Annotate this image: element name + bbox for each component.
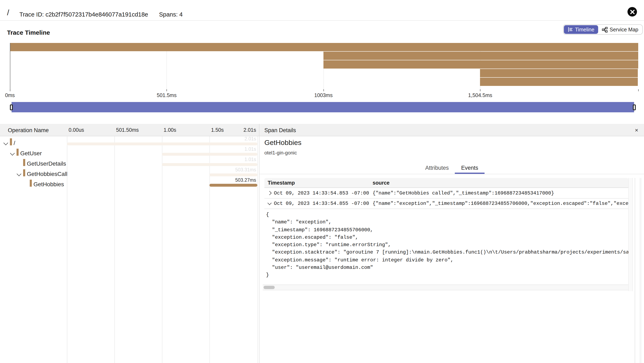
span-tree-row[interactable]: GetUserDetails — [0, 157, 67, 167]
span-operation-name: GetHobbiesCall — [27, 170, 67, 177]
events-table-rows: Oct 09, 2023 14:33:54.853 -07:00{"name":… — [264, 188, 628, 209]
panel-scrollbar-gutter[interactable] — [640, 178, 642, 363]
span-duration-label: 1.01s — [244, 157, 256, 162]
chevron-down-icon[interactable] — [268, 201, 272, 205]
spans-count-label: Spans: 4 — [159, 11, 183, 18]
span-name: GetHobbies — [264, 139, 302, 147]
span-details-tabs: Attributes Events — [260, 162, 644, 174]
service-map-view-button[interactable]: Service Map — [598, 25, 642, 34]
span-duration-bar[interactable] — [162, 153, 257, 156]
event-row[interactable]: Oct 09, 2023 14:33:54.853 -07:00{"name":… — [264, 188, 628, 198]
tab-events-label: Events — [461, 165, 478, 171]
minimap-tick-label: 501.5ms — [157, 92, 176, 98]
close-trace-button[interactable] — [628, 7, 637, 16]
trace-header-bar: / Trace ID: c2b2f7f5072317b4e846077a191c… — [0, 0, 644, 21]
minimap-span-bar[interactable] — [480, 69, 638, 77]
service-map-icon — [602, 27, 608, 32]
chevron-right-icon[interactable] — [268, 191, 272, 195]
trace-timeline-title: Trace Timeline — [7, 29, 50, 36]
span-operation-name: GetUserDetails — [27, 160, 66, 167]
event-timestamp: Oct 09, 2023 14:33:54.855 -07:00 — [274, 201, 369, 206]
main-split: Operation Name 0.00us501.50ms1.00s1.50s2… — [0, 124, 644, 363]
horizontal-scrollbar-thumb[interactable] — [264, 286, 275, 289]
waterfall-row: 1.01s — [67, 146, 257, 157]
minimap-tick-label: 0ms — [5, 92, 15, 98]
tab-attributes[interactable]: Attributes — [419, 162, 455, 174]
span-duration-bar[interactable] — [210, 184, 257, 187]
event-row[interactable]: Oct 09, 2023 14:33:54.855 -07:00{"name":… — [264, 198, 628, 209]
minimap-span-bar[interactable] — [324, 60, 638, 68]
waterfall-row: 1.01s — [67, 157, 257, 167]
span-operation-name: / — [14, 140, 15, 146]
trace-minimap-chart: 0ms501.5ms1003ms1,504.5ms — [10, 43, 638, 86]
trace-details-page: / Trace ID: c2b2f7f5072317b4e846077a191c… — [0, 0, 644, 363]
event-source-json: {"name":"GetHobbies called","_timestamp"… — [372, 190, 554, 196]
scrubber-left-handle[interactable] — [10, 104, 13, 110]
scrubber-right-handle[interactable] — [633, 104, 636, 110]
span-details-panel: Span Details × GetHobbies otel1-gin-goni… — [260, 124, 644, 363]
view-toggle-group: Timeline Service Map — [563, 24, 643, 35]
span-duration-label: 1.01s — [244, 146, 256, 152]
expanded-event-json: { "name": "exception", "_timestamp": 169… — [266, 211, 628, 281]
minimap-tick-mark — [638, 89, 639, 91]
minimap-span-bar[interactable] — [10, 43, 638, 51]
timeline-view-label: Timeline — [575, 27, 594, 32]
timeline-view-button[interactable]: Timeline — [564, 25, 598, 34]
waterfall-axis-tick-label: 1.00s — [164, 127, 176, 133]
collapse-chevron-icon[interactable] — [17, 172, 22, 176]
events-table-header: Timestamp source — [264, 178, 628, 188]
collapse-chevron-icon[interactable] — [4, 140, 8, 145]
vertical-scrollbar-line — [634, 178, 635, 363]
waterfall-gridline — [257, 136, 258, 363]
horizontal-scrollbar — [263, 284, 628, 290]
timeline-range-scrubber[interactable] — [12, 102, 634, 112]
span-tree-row[interactable]: GetHobbiesCall — [0, 167, 67, 178]
span-operation-name: GetHobbies — [34, 181, 64, 187]
span-service-name: otel1-gin-gonic — [264, 150, 297, 156]
root-operation-label: / — [7, 8, 9, 17]
tabs-divider — [260, 174, 644, 174]
span-duration-label: 2.01s — [244, 136, 256, 141]
span-color-marker — [30, 180, 32, 187]
waterfall-axis-tick-label: 2.01s — [244, 127, 256, 133]
span-duration-bar[interactable] — [67, 142, 257, 145]
span-duration-label: 503.31ms — [235, 167, 256, 172]
waterfall-axis-tick-label: 501.50ms — [116, 127, 139, 133]
operation-name-column-header: Operation Name — [8, 127, 49, 134]
event-timestamp: Oct 09, 2023 14:33:54.853 -07:00 — [274, 190, 369, 196]
tab-events[interactable]: Events — [455, 162, 484, 174]
collapse-chevron-icon[interactable] — [10, 151, 15, 156]
minimap-tick-label: 1,504.5ms — [468, 92, 492, 98]
span-color-marker — [23, 159, 25, 166]
span-tree-row[interactable]: GetHobbies — [0, 178, 67, 188]
vertical-scrollbar-track[interactable] — [628, 178, 633, 291]
event-json-text: { "name": "exception", "_timestamp": 169… — [266, 211, 628, 279]
span-duration-bar[interactable] — [162, 163, 257, 166]
span-details-header: Span Details × — [260, 124, 644, 136]
trace-id-label: Trace ID: c2b2f7f5072317b4e846077a191cd1… — [20, 11, 148, 18]
minimap-tick-label: 1003ms — [314, 92, 332, 98]
span-details-title: Span Details — [264, 127, 296, 134]
waterfall-row: 2.01s — [67, 136, 257, 146]
span-duration-label: 503.27ms — [235, 178, 256, 182]
minimap-span-bar[interactable] — [324, 52, 638, 60]
waterfall-axis-tick-label: 1.50s — [211, 127, 224, 133]
minimap-tick-mark — [324, 89, 324, 91]
span-duration-bar[interactable] — [210, 174, 257, 176]
waterfall-row: 503.31ms — [67, 167, 257, 178]
span-operation-name: GetUser — [20, 150, 42, 156]
waterfall-row: 503.27ms — [67, 178, 257, 188]
timeline-icon — [568, 27, 573, 32]
waterfall-header-row: Operation Name 0.00us501.50ms1.00s1.50s2… — [0, 124, 259, 136]
span-tree-row[interactable]: GetUser — [0, 146, 67, 157]
span-color-marker — [23, 169, 25, 176]
minimap-span-bar[interactable] — [480, 78, 638, 86]
events-column-source: source — [372, 180, 390, 186]
span-tree-row[interactable]: / — [0, 136, 67, 146]
minimap-tick-mark — [167, 89, 167, 91]
span-details-close-button[interactable]: × — [633, 127, 640, 134]
events-table: Timestamp source Oct 09, 2023 14:33:54.8… — [264, 178, 628, 209]
span-color-marker — [10, 138, 12, 145]
events-column-timestamp: Timestamp — [268, 180, 295, 186]
minimap-tick-mark — [10, 89, 10, 91]
